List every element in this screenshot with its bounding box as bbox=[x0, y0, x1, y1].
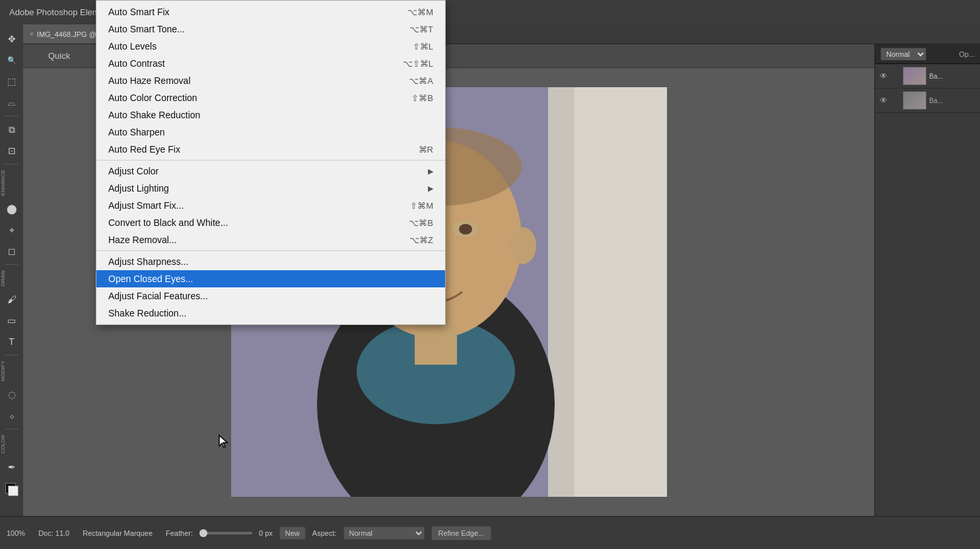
close-icon[interactable]: × bbox=[30, 30, 34, 38]
refine-edge-button[interactable]: Refine Edge... bbox=[431, 526, 492, 540]
menu-item-shortcut: ⌥⌘T bbox=[409, 24, 433, 34]
tab-quick[interactable]: Quick bbox=[36, 48, 82, 63]
color-label: COLOR bbox=[0, 433, 23, 455]
blend-mode-select[interactable]: Normal Multiply Screen bbox=[880, 48, 927, 61]
menu-item-label: Adjust Lighting bbox=[108, 183, 169, 194]
crop-tool[interactable]: ⧉ bbox=[3, 120, 21, 139]
move-tool[interactable]: ✥ bbox=[3, 30, 21, 48]
aspect-label: Aspect: bbox=[312, 529, 337, 537]
menu-item-label: Auto Sharpen bbox=[108, 127, 165, 137]
menu-item-shortcut: ⌥⌘A bbox=[409, 76, 433, 86]
menu-separator-1 bbox=[96, 160, 445, 161]
layer-item-1[interactable]: 👁 Ba... bbox=[875, 64, 980, 89]
menu-item-auto-redeye[interactable]: Auto Red Eye Fix ⌘R bbox=[96, 141, 445, 158]
svg-rect-1 bbox=[561, 87, 667, 497]
menu-item-haze-removal[interactable]: Haze Removal... ⌥⌘Z bbox=[96, 231, 445, 248]
menu-item-auto-smart-fix[interactable]: Auto Smart Fix ⌥⌘M bbox=[96, 3, 445, 20]
layer-name-1: Ba... bbox=[929, 73, 943, 80]
menu-item-shortcut: ⌥⌘B bbox=[409, 218, 433, 228]
blur-tool[interactable]: ◌ bbox=[3, 385, 21, 404]
menu-item-auto-haze[interactable]: Auto Haze Removal ⌥⌘A bbox=[96, 72, 445, 89]
toolbar-sep-3 bbox=[5, 264, 18, 265]
tool-options: Feather: 0 px New Aspect: Normal Fixed A… bbox=[166, 526, 491, 540]
tool-name: Rectangular Marquee bbox=[83, 529, 153, 537]
color-swatches[interactable] bbox=[3, 479, 21, 497]
sponge-tool[interactable]: ⬦ bbox=[3, 406, 21, 425]
menu-item-auto-color[interactable]: Auto Color Correction ⇧⌘B bbox=[96, 89, 445, 106]
feather-slider-thumb[interactable] bbox=[199, 529, 207, 537]
menu-separator-2 bbox=[96, 250, 445, 251]
lasso-tool[interactable]: ⌓ bbox=[3, 93, 21, 112]
menu-item-auto-sharpen[interactable]: Auto Sharpen bbox=[96, 124, 445, 141]
feather-value: 0 px bbox=[259, 529, 273, 537]
menu-item-adjust-lighting[interactable]: Adjust Lighting ▶ bbox=[96, 180, 445, 197]
menu-item-adjust-sharpness[interactable]: Adjust Sharpness... bbox=[96, 253, 445, 270]
status-bar: 100% Doc: 11.0 Rectangular Marquee Feath… bbox=[0, 516, 980, 549]
menu-item-label: Shake Reduction... bbox=[108, 308, 186, 318]
menu-item-shortcut: ⇧⌘M bbox=[410, 201, 433, 211]
layer-link-icon-1 bbox=[891, 71, 900, 81]
menu-item-label: Auto Smart Tone... bbox=[108, 24, 185, 34]
text-tool[interactable]: T bbox=[3, 332, 21, 351]
clone-tool[interactable]: ⌖ bbox=[3, 221, 21, 239]
svg-point-10 bbox=[459, 224, 472, 235]
paint-tool[interactable]: 🖌 bbox=[3, 290, 21, 309]
feather-slider[interactable] bbox=[199, 532, 252, 534]
zoom-tool[interactable]: 🔍 bbox=[3, 51, 21, 69]
menu-item-open-closed-eyes[interactable]: Open Closed Eyes... bbox=[96, 270, 445, 287]
layer-item-2[interactable]: 👁 Ba... bbox=[875, 89, 980, 113]
menu-item-label: Auto Shake Reduction bbox=[108, 110, 200, 120]
layer-visibility-icon-2[interactable]: 👁 bbox=[879, 96, 888, 105]
layer-visibility-icon-1[interactable]: 👁 bbox=[879, 71, 888, 81]
menu-item-label: Adjust Color bbox=[108, 166, 158, 176]
menu-item-shortcut: ⌘R bbox=[419, 145, 433, 155]
menu-item-auto-smart-tone[interactable]: Auto Smart Tone... ⌥⌘T bbox=[96, 20, 445, 38]
opacity-label: Op... bbox=[959, 50, 975, 58]
doc-info: Doc: 11.0 bbox=[38, 529, 69, 537]
eyedropper-tool[interactable]: ✒ bbox=[3, 458, 21, 476]
enhance-label: ENHANCE bbox=[0, 168, 23, 197]
toolbar-sep-2 bbox=[5, 164, 18, 165]
menu-item-shortcut: ⌥⌘Z bbox=[409, 235, 433, 245]
aspect-select[interactable]: Normal Fixed Aspect Ratio Fixed Size bbox=[343, 527, 425, 540]
menu-item-bw[interactable]: Convert to Black and White... ⌥⌘B bbox=[96, 214, 445, 231]
modify-label: MODIFY bbox=[0, 359, 23, 383]
submenu-arrow-icon: ▶ bbox=[428, 184, 433, 193]
menu-item-adjust-smart-fix[interactable]: Adjust Smart Fix... ⇧⌘M bbox=[96, 197, 445, 214]
menu-item-adjust-color[interactable]: Adjust Color ▶ bbox=[96, 163, 445, 180]
menu-item-label: Convert to Black and White... bbox=[108, 217, 228, 228]
menu-item-auto-shake[interactable]: Auto Shake Reduction bbox=[96, 106, 445, 124]
toolbar-sep-4 bbox=[5, 355, 18, 355]
menu-item-label: Haze Removal... bbox=[108, 235, 176, 245]
menu-item-label: Adjust Smart Fix... bbox=[108, 200, 184, 211]
right-panel: Normal Multiply Screen Op... 👁 Ba... 👁 B… bbox=[874, 44, 980, 516]
svg-rect-14 bbox=[415, 325, 457, 365]
layer-link-icon-2 bbox=[891, 96, 900, 105]
menu-item-adjust-facial[interactable]: Adjust Facial Features... bbox=[96, 287, 445, 305]
select-tool[interactable]: ⬚ bbox=[3, 72, 21, 91]
menu-item-auto-contrast[interactable]: Auto Contrast ⌥⇧⌘L bbox=[96, 55, 445, 72]
enhance-dropdown: Auto Smart Fix ⌥⌘M Auto Smart Tone... ⌥⌘… bbox=[96, 0, 446, 325]
shape-tool[interactable]: ▭ bbox=[3, 311, 21, 330]
menu-item-label: Adjust Sharpness... bbox=[108, 256, 188, 267]
menu-item-shortcut: ⌥⇧⌘L bbox=[403, 59, 433, 69]
recompose-tool[interactable]: ⊡ bbox=[3, 141, 21, 160]
menu-item-auto-levels[interactable]: Auto Levels ⇧⌘L bbox=[96, 38, 445, 55]
menu-item-label: Auto Red Eye Fix bbox=[108, 144, 180, 155]
menu-item-label: Auto Levels bbox=[108, 41, 157, 52]
layer-name-2: Ba... bbox=[929, 97, 943, 104]
brush-tool[interactable]: ⬤ bbox=[3, 200, 21, 218]
submenu-arrow-icon: ▶ bbox=[428, 167, 433, 176]
new-button[interactable]: New bbox=[279, 527, 306, 540]
draw-label: DRAW bbox=[0, 269, 23, 287]
menu-item-shake-reduction[interactable]: Shake Reduction... bbox=[96, 305, 445, 322]
menu-item-label: Auto Color Correction bbox=[108, 92, 197, 103]
menu-item-shortcut: ⇧⌘B bbox=[411, 93, 433, 103]
panel-header: Normal Multiply Screen Op... bbox=[875, 44, 980, 64]
menu-item-shortcut: ⌥⌘M bbox=[407, 7, 433, 17]
menu-item-shortcut: ⇧⌘L bbox=[413, 42, 433, 52]
menu-item-label: Auto Haze Removal bbox=[108, 75, 191, 86]
layer-thumbnail-1 bbox=[903, 67, 927, 85]
feather-label: Feather: bbox=[166, 529, 193, 537]
eraser-tool[interactable]: ◻ bbox=[3, 242, 21, 260]
